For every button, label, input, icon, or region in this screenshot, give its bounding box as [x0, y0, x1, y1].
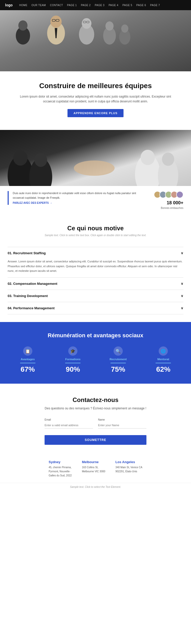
chevron-down-icon: ∨	[181, 251, 183, 255]
svg-point-23	[74, 160, 115, 176]
nav-our-team[interactable]: OUR TEAM	[32, 4, 46, 7]
stat-formations: 🎓 Formations 90%	[53, 346, 93, 373]
blue-stats-grid: 📋 Avantages 67% 🎓 Formations 90% 🔍 Recru…	[8, 346, 183, 373]
accordion-label-3: 03. Training Development	[8, 294, 48, 298]
accordion-label-2: 02. Compensation Management	[8, 282, 57, 286]
accordion-item-2: 02. Compensation Management ∨	[8, 277, 183, 290]
mentorat-underline	[156, 363, 171, 363]
accordion-item-1: 01. Recruitment Staffing ∨ Answer. Lorem…	[8, 247, 183, 277]
team-image	[0, 130, 191, 186]
name-input[interactable]	[98, 422, 146, 428]
blue-stats-section: Rémunération et avantages sociaux 📋 Avan…	[0, 322, 191, 384]
stat-avantages: 📋 Avantages 67%	[8, 346, 48, 373]
nav-page1[interactable]: PAGE 1	[67, 4, 77, 7]
accordion-body-1: Answer. Lorem ipsum dolor sit amet, cons…	[8, 259, 183, 277]
svg-point-15	[105, 21, 114, 31]
svg-point-17	[121, 24, 128, 33]
stats-text: Duis aute irure dolor in reprehenderit i…	[8, 191, 145, 205]
accordion-header-4[interactable]: 04. Performance Management ∨	[8, 302, 183, 314]
stat-recrutement: 🔍 Recrutement 75%	[98, 346, 138, 373]
svg-point-3	[18, 20, 28, 31]
office-sydney-address: 45, chemin Pirrama,Pyrmont, Nouvelle-Gal…	[49, 465, 72, 478]
svg-point-25	[141, 150, 155, 165]
nav-page5[interactable]: PAGE 5	[122, 4, 132, 7]
stat-number: 18 000+	[167, 200, 183, 206]
avantages-pct: 67%	[21, 365, 35, 373]
learn-more-button[interactable]: APPRENDRE ENCORE PLUS	[67, 109, 124, 117]
avantages-icon: 📋	[23, 346, 32, 356]
email-field-wrapper: Email	[45, 418, 93, 428]
nav-page7[interactable]: PAGE 7	[150, 4, 160, 7]
accordion-header-1[interactable]: 01. Recruitment Staffing ∨	[8, 247, 183, 259]
svg-point-5	[50, 16, 62, 28]
mentorat-label: Mentorat	[157, 358, 169, 361]
nav-contact[interactable]: CONTACT	[50, 4, 63, 7]
chevron-down-icon: ∨	[181, 306, 183, 310]
svg-point-11	[82, 18, 91, 29]
svg-point-20	[13, 150, 28, 166]
form-row: Email Name	[45, 418, 146, 428]
svg-point-22	[34, 153, 47, 167]
footer-note: Sample text. Click to select the Text El…	[0, 483, 191, 491]
accordion: 01. Recruitment Staffing ∨ Answer. Lorem…	[0, 247, 191, 314]
recrutement-underline	[111, 363, 126, 363]
hero-image	[0, 10, 191, 71]
motivation-title: Ce qui nous motive	[8, 225, 183, 232]
email-label: Email	[45, 418, 93, 421]
accordion-item-4: 04. Performance Management ∨	[8, 302, 183, 314]
stat-mentorat: 🌐 Mentorat 62%	[143, 346, 184, 373]
email-input[interactable]	[45, 422, 93, 428]
formations-label: Formations	[65, 358, 80, 361]
office-melbourne-city: Melbourne	[82, 460, 105, 464]
nav-page4[interactable]: PAGE 4	[108, 4, 118, 7]
recrutement-pct: 75%	[111, 365, 125, 373]
contact-title: Contactez-nous	[8, 396, 183, 404]
office-sydney-city: Sydney	[49, 460, 72, 464]
hero-text-section: Construire de meilleures équipes Lorem i…	[0, 71, 191, 122]
mentorat-pct: 62%	[156, 365, 170, 373]
stat-label: Bonnes embauches	[161, 207, 183, 209]
chevron-down-icon: ∨	[181, 282, 183, 286]
recrutement-label: Recrutement	[110, 358, 127, 361]
office-losangeles-address: 340 Main St, Venice CA902291, États-Unis	[115, 465, 142, 474]
office-melbourne-address: 163 Collins St,Melbourne VIC 3000	[82, 465, 105, 474]
motivation-subtitle: Sample text. Click to select the text bo…	[8, 234, 183, 237]
stats-right: 18 000+ Bonnes embauches	[145, 191, 183, 209]
accordion-label-1: 01. Recruitment Staffing	[8, 251, 46, 255]
chevron-down-icon: ∨	[181, 294, 183, 298]
formations-underline	[65, 363, 80, 363]
accordion-label-4: 04. Performance Management	[8, 306, 54, 310]
talk-experts-link[interactable]: PARLEZ AVEC DES EXPERTS →	[13, 202, 52, 204]
accordion-item-3: 03. Training Development ∨	[8, 290, 183, 302]
nav-home[interactable]: HOME	[19, 4, 28, 7]
accordion-header-2[interactable]: 02. Compensation Management ∨	[8, 278, 183, 290]
submit-button[interactable]: SOUMETTRE	[45, 435, 146, 445]
hero-title: Construire de meilleures équipes	[15, 82, 176, 90]
contact-subtitle: Des questions ou des remarques ? Écrivez…	[8, 406, 183, 411]
stats-bar: Duis aute irure dolor in reprehenderit i…	[0, 186, 191, 214]
nav-page3[interactable]: PAGE 3	[95, 4, 104, 7]
arrow-right-icon: →	[50, 202, 52, 204]
office-losangeles-city: Los Angeles	[115, 460, 142, 464]
motivation-section: Ce qui nous motive Sample text. Click to…	[0, 214, 191, 247]
avantages-label: Avantages	[21, 358, 35, 361]
svg-point-27	[162, 153, 174, 166]
offices-section: Sydney 45, chemin Pirrama,Pyrmont, Nouve…	[0, 452, 191, 483]
navigation: logo HOME OUR TEAM CONTACT PAGE 1 PAGE 2…	[0, 0, 191, 10]
name-field-wrapper: Name	[98, 418, 146, 428]
office-losangeles: Los Angeles 340 Main St, Venice CA902291…	[115, 460, 142, 478]
logo: logo	[5, 3, 13, 7]
mentorat-icon: 🌐	[159, 346, 168, 356]
avantages-underline	[20, 363, 35, 363]
formations-icon: 🎓	[68, 346, 77, 356]
formations-pct: 90%	[66, 365, 80, 373]
accordion-header-3[interactable]: 03. Training Development ∨	[8, 290, 183, 302]
stats-paragraph: Duis aute irure dolor in reprehenderit i…	[13, 191, 145, 200]
office-sydney: Sydney 45, chemin Pirrama,Pyrmont, Nouve…	[49, 460, 72, 478]
avatar	[176, 191, 183, 198]
contact-section: Contactez-nous Des questions ou des rema…	[0, 384, 191, 452]
hero-description: Lorem ipsum dolor sit amet, consectetur …	[15, 94, 176, 104]
nav-page2[interactable]: PAGE 2	[81, 4, 91, 7]
nav-page6[interactable]: PAGE 6	[136, 4, 146, 7]
blue-section-title: Rémunération et avantages sociaux	[8, 332, 183, 339]
